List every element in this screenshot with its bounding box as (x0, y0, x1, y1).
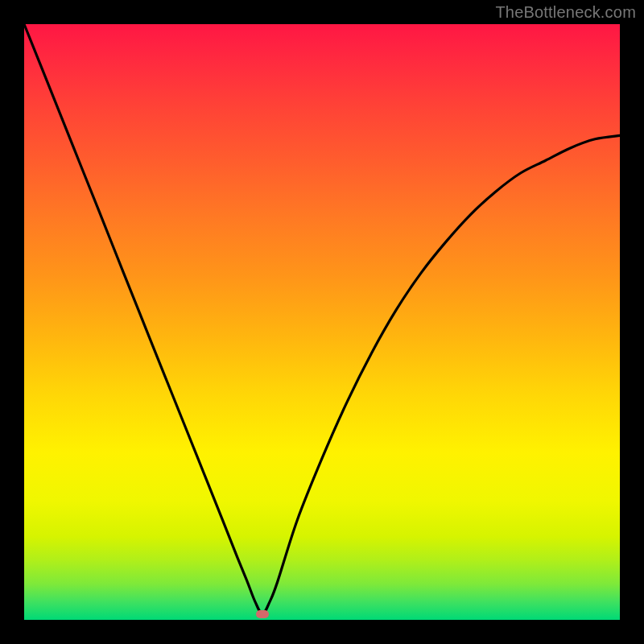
watermark-text: TheBottleneck.com (495, 3, 636, 22)
bottleneck-curve (24, 24, 620, 620)
chart-frame: TheBottleneck.com (0, 0, 644, 644)
optimal-point-marker (256, 610, 269, 618)
plot-area (24, 24, 620, 620)
